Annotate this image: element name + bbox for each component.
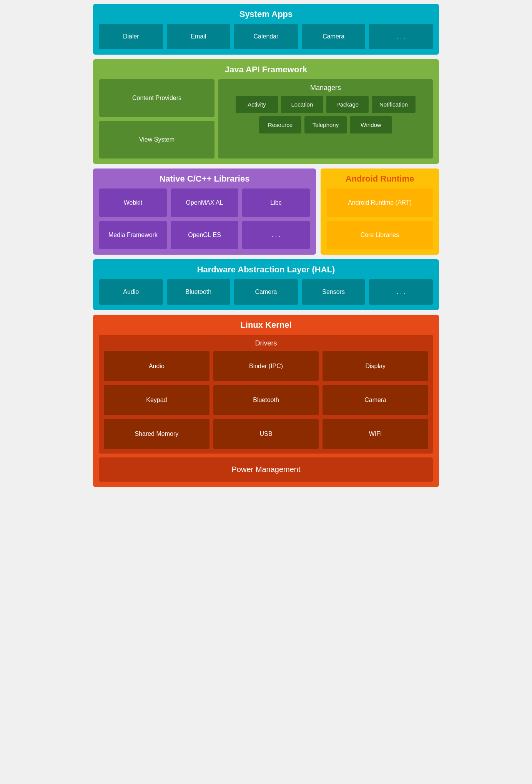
hal-bluetooth: Bluetooth — [167, 279, 231, 305]
native-libs-layer: Native C/C++ Libraries Webkit OpenMAX AL… — [93, 168, 316, 255]
drivers-section: Drivers Audio Binder (IPC) Display Keypa… — [99, 335, 433, 454]
native-libs-row-1: Webkit OpenMAX AL Libc — [99, 188, 310, 217]
system-apps-title: System Apps — [99, 9, 433, 19]
java-api-left: Content Providers View System — [99, 79, 214, 158]
drivers-row-2: Keypad Bluetooth Camera — [104, 385, 428, 415]
android-runtime-title: Android Runtime — [327, 174, 433, 184]
android-runtime-items: Android Runtime (ART) Core Libraries — [327, 188, 433, 249]
driver-audio: Audio — [104, 351, 209, 381]
managers-grid: Activity Location Package Notification R… — [223, 96, 428, 133]
system-apps-items: DialerEmailCalendarCamera. . . — [99, 24, 433, 49]
drivers-grid: Audio Binder (IPC) Display Keypad Blueto… — [104, 351, 428, 449]
native-libs-more: . . . — [242, 221, 310, 249]
media-framework: Media Framework — [99, 221, 167, 249]
libc: Libc — [242, 188, 310, 217]
content-providers: Content Providers — [99, 79, 214, 117]
system-app-item: Dialer — [99, 24, 163, 49]
openmax-al: OpenMAX AL — [171, 188, 238, 217]
driver-camera: Camera — [323, 385, 428, 415]
managers-section: Managers Activity Location Package Notif… — [218, 79, 433, 158]
managers-row-2: Resource Telephony Window — [223, 116, 428, 133]
window-manager: Window — [350, 116, 392, 133]
opengl-es: OpenGL ES — [171, 221, 238, 249]
linux-kernel-layer: Linux Kernel Drivers Audio Binder (IPC) … — [93, 315, 439, 487]
telephony-manager: Telephony — [304, 116, 347, 133]
java-api-content: Content Providers View System Managers A… — [99, 79, 433, 158]
driver-shared-memory: Shared Memory — [104, 419, 209, 449]
resource-manager: Resource — [259, 116, 301, 133]
system-app-item: . . . — [369, 24, 433, 49]
driver-binder: Binder (IPC) — [213, 351, 319, 381]
android-architecture-diagram: System Apps DialerEmailCalendarCamera. .… — [93, 4, 439, 487]
activity-manager: Activity — [236, 96, 278, 113]
system-app-item: Camera — [302, 24, 366, 49]
system-app-item: Calendar — [234, 24, 298, 49]
driver-keypad: Keypad — [104, 385, 209, 415]
drivers-row-3: Shared Memory USB WIFI — [104, 419, 428, 449]
managers-title: Managers — [223, 84, 428, 92]
power-management: Power Management — [99, 457, 433, 482]
hal-sensors: Sensors — [302, 279, 366, 305]
view-system: View System — [99, 121, 214, 158]
hal-audio: Audio — [99, 279, 163, 305]
system-app-item: Email — [167, 24, 231, 49]
java-api-title: Java API Framework — [99, 65, 433, 75]
driver-display: Display — [323, 351, 428, 381]
hal-camera: Camera — [234, 279, 298, 305]
native-libs-title: Native C/C++ Libraries — [99, 174, 310, 184]
drivers-row-1: Audio Binder (IPC) Display — [104, 351, 428, 381]
hal-more: . . . — [369, 279, 433, 305]
hal-title: Hardware Abstraction Layer (HAL) — [99, 265, 433, 275]
linux-kernel-title: Linux Kernel — [99, 320, 433, 330]
java-api-layer: Java API Framework Content Providers Vie… — [93, 59, 439, 164]
android-runtime-layer: Android Runtime Android Runtime (ART) Co… — [321, 168, 439, 255]
system-apps-layer: System Apps DialerEmailCalendarCamera. .… — [93, 4, 439, 55]
managers-row-1: Activity Location Package Notification — [223, 96, 428, 113]
package-manager: Package — [326, 96, 369, 113]
driver-wifi: WIFI — [323, 419, 428, 449]
core-libraries: Core Libraries — [327, 221, 433, 249]
location-manager: Location — [281, 96, 323, 113]
native-libs-grid: Webkit OpenMAX AL Libc Media Framework O… — [99, 188, 310, 249]
notification-manager: Notification — [372, 96, 416, 113]
hal-layer: Hardware Abstraction Layer (HAL) Audio B… — [93, 259, 439, 310]
driver-bluetooth: Bluetooth — [213, 385, 319, 415]
webkit: Webkit — [99, 188, 167, 217]
hal-items: Audio Bluetooth Camera Sensors . . . — [99, 279, 433, 305]
driver-usb: USB — [213, 419, 319, 449]
drivers-title: Drivers — [104, 339, 428, 347]
art: Android Runtime (ART) — [327, 188, 433, 217]
native-libs-row-2: Media Framework OpenGL ES . . . — [99, 221, 310, 249]
native-runtime-row: Native C/C++ Libraries Webkit OpenMAX AL… — [93, 168, 439, 255]
